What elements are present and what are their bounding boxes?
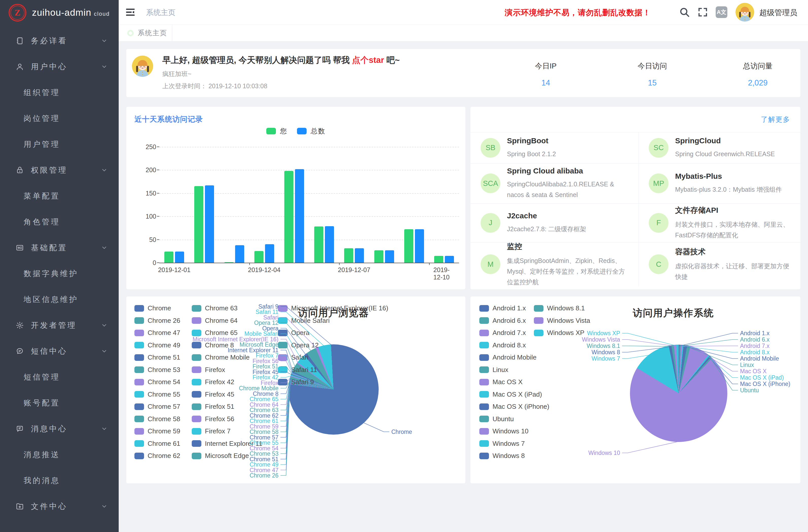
y-axis-tick bbox=[157, 170, 159, 170]
browser-pie-title: 访问用户浏览器 bbox=[298, 307, 369, 319]
tech-abbr-icon: SCA bbox=[481, 173, 500, 193]
bar-chart-legend: 您总数 bbox=[126, 127, 465, 136]
browser-pie-card: 访问用户浏览器 ChromeChrome 26Chrome 47Chrome 4… bbox=[126, 296, 465, 483]
pie-label-Mac OS X (iPhone): Mac OS X (iPhone) bbox=[740, 381, 790, 387]
tech-card-desc: 虚拟化容器技术，让迁移、部署更加方便快捷 bbox=[675, 261, 791, 282]
x-axis-label: 2019-12-01 bbox=[158, 266, 190, 274]
bar bbox=[434, 256, 443, 263]
app-logo[interactable]: Z zuihou-admin cloud bbox=[0, 0, 119, 25]
tech-card-body: SpringCloudSpring Cloud Greenwich.RELEAS… bbox=[675, 136, 775, 159]
pie-label-Mac OS X: Mac OS X bbox=[740, 368, 767, 375]
app-title-suffix: cloud bbox=[94, 11, 110, 17]
pie-label-Chrome: Chrome bbox=[391, 428, 412, 435]
sidebar-item-org-management[interactable]: 组织管理 bbox=[0, 80, 119, 106]
bar bbox=[295, 169, 304, 263]
tech-card-Spring Cloud alibaba: SCASpring Cloud alibabaSpringCloudAlibab… bbox=[481, 163, 628, 203]
tab-system-home[interactable]: 系统主页 bbox=[119, 24, 172, 41]
sidebar-item-label: 菜单配置 bbox=[23, 191, 60, 201]
user-avatar[interactable] bbox=[735, 3, 754, 21]
y-axis-label: 50 bbox=[139, 236, 156, 243]
learn-more-link[interactable]: 了解更多 bbox=[761, 115, 790, 124]
notebook-icon bbox=[16, 37, 24, 45]
gridline bbox=[159, 193, 459, 194]
sidebar-item-data-dict-maintenance[interactable]: 数据字典维护 bbox=[0, 261, 119, 287]
pie-label-Windows Vista: Windows Vista bbox=[582, 336, 620, 343]
header: 系统主页 演示环境维护不易，请勿乱删乱改数据！ A文 超级管理员 bbox=[119, 0, 808, 24]
legend-item-总数[interactable]: 总数 bbox=[297, 127, 325, 136]
sidebar-item-sms-management[interactable]: 短信管理 bbox=[0, 364, 119, 390]
tech-card-desc: Spring Cloud Greenwich.RELEASE bbox=[675, 149, 775, 159]
pie-label-Android 6.x: Android 6.x bbox=[740, 336, 769, 343]
gridline bbox=[159, 170, 459, 170]
pie-label-Chrome 26: Chrome 26 bbox=[250, 472, 278, 479]
tech-card-title: Spring Cloud alibaba bbox=[507, 167, 628, 175]
tech-card-body: SpringBootSpring Boot 2.1.2 bbox=[507, 136, 556, 159]
pie-label-Windows 7: Windows 7 bbox=[592, 355, 620, 362]
collapse-menu-icon[interactable] bbox=[125, 7, 136, 17]
username[interactable]: 超级管理员 bbox=[759, 7, 797, 18]
last-login-text: 上次登录时间： 2019-12-10 10:03:08 bbox=[162, 82, 267, 90]
tech-abbr-icon: J bbox=[481, 213, 500, 233]
y-axis-tick bbox=[157, 239, 159, 240]
welcome-avatar bbox=[132, 56, 153, 77]
tech-card-Mybatis-Plus: MPMybatis-PlusMybatis-plus 3.2.0：Mybatis… bbox=[649, 163, 791, 203]
tech-abbr-icon: MP bbox=[649, 173, 668, 193]
sidebar-item-label: 我的消息 bbox=[23, 475, 60, 486]
stat-label: 今日访问 bbox=[638, 61, 667, 71]
pie-label-Windows XP: Windows XP bbox=[587, 330, 620, 337]
sidebar-item-developer-management[interactable]: 开发者管理 bbox=[0, 312, 119, 338]
y-axis-label: 200 bbox=[139, 166, 156, 174]
sidebar-item-message-center[interactable]: 消息中心 bbox=[0, 416, 119, 442]
tech-card-SpringBoot: SBSpringBootSpring Boot 2.1.2 bbox=[481, 132, 628, 163]
tech-card-title: 容器技术 bbox=[675, 247, 791, 257]
tech-abbr-icon: C bbox=[649, 254, 668, 274]
tech-card-desc: 集成SpringBootAdmin、Zipkin、Redis、Mysql、定时任… bbox=[507, 255, 628, 287]
sidebar-item-user-management[interactable]: 用户管理 bbox=[0, 131, 119, 157]
visits-bar-chart-card: 近十天系统访问记录 您总数 0501001502002502019-12-012… bbox=[126, 107, 465, 289]
sidebar-item-label: 短信中心 bbox=[31, 346, 68, 356]
tech-card-J2cache: JJ2cacheJ2cache2.7.8: 二级缓存框架 bbox=[481, 203, 628, 242]
sidebar-item-label: 用户中心 bbox=[31, 61, 68, 72]
tab-bar: 系统主页 bbox=[119, 24, 808, 41]
stat-value: 2,029 bbox=[743, 78, 772, 88]
x-axis-tick bbox=[249, 263, 250, 265]
idcard-icon bbox=[16, 244, 24, 252]
sidebar-item-sms-center[interactable]: 短信中心 bbox=[0, 338, 119, 364]
chevron-down-icon bbox=[101, 167, 108, 173]
sidebar-item-base-config[interactable]: 基础配置 bbox=[0, 235, 119, 261]
fullscreen-icon[interactable] bbox=[697, 6, 708, 18]
legend-swatch bbox=[266, 128, 276, 134]
stat-label: 总访问量 bbox=[743, 61, 772, 71]
sidebar-item-account-config[interactable]: 账号配置 bbox=[0, 390, 119, 416]
y-axis-tick bbox=[157, 216, 159, 217]
language-icon[interactable]: A文 bbox=[716, 6, 727, 18]
stat-today-ip: 今日IP14 bbox=[535, 61, 556, 88]
tech-card-body: 监控集成SpringBootAdmin、Zipkin、Redis、Mysql、定… bbox=[507, 241, 628, 287]
sidebar-item-region-info-maintenance[interactable]: 地区信息维护 bbox=[0, 287, 119, 312]
greeting-text: 早上好, 超级管理员, 今天帮别人解决问题了吗 帮我 点个star 吧~ bbox=[162, 55, 400, 66]
stat-value: 15 bbox=[638, 78, 667, 88]
tech-card-body: J2cacheJ2cache2.7.8: 二级缓存框架 bbox=[507, 212, 586, 234]
sidebar-item-menu-config[interactable]: 菜单配置 bbox=[0, 183, 119, 209]
sidebar-item-permission-management[interactable]: 权限管理 bbox=[0, 157, 119, 183]
sidebar-item-my-messages[interactable]: 我的消息 bbox=[0, 467, 119, 493]
sidebar-item-must-read[interactable]: 务必详看 bbox=[0, 28, 119, 54]
sidebar-item-message-push[interactable]: 消息推送 bbox=[0, 442, 119, 467]
sidebar: Z zuihou-admin cloud 务必详看用户中心组织管理岗位管理用户管… bbox=[0, 0, 119, 532]
chat-square-icon bbox=[16, 425, 24, 433]
sidebar-item-label: 消息中心 bbox=[31, 424, 68, 434]
search-icon[interactable] bbox=[679, 6, 690, 18]
sidebar-item-file-center[interactable]: 文件中心 bbox=[0, 493, 119, 519]
tech-card-desc: Spring Boot 2.1.2 bbox=[507, 149, 556, 159]
star-link[interactable]: 点个star bbox=[352, 55, 384, 65]
sidebar-item-label: 组织管理 bbox=[23, 88, 60, 98]
sidebar-item-post-management[interactable]: 岗位管理 bbox=[0, 106, 119, 131]
demo-warning-text: 演示环境维护不易，请勿乱删乱改数据！ bbox=[505, 7, 651, 18]
x-axis-tick bbox=[429, 263, 429, 265]
gridline bbox=[159, 147, 459, 147]
tech-card-title: 监控 bbox=[507, 241, 628, 252]
bar bbox=[385, 250, 394, 263]
legend-item-您[interactable]: 您 bbox=[266, 127, 287, 136]
sidebar-item-user-center[interactable]: 用户中心 bbox=[0, 54, 119, 80]
sidebar-item-role-management[interactable]: 角色管理 bbox=[0, 209, 119, 235]
